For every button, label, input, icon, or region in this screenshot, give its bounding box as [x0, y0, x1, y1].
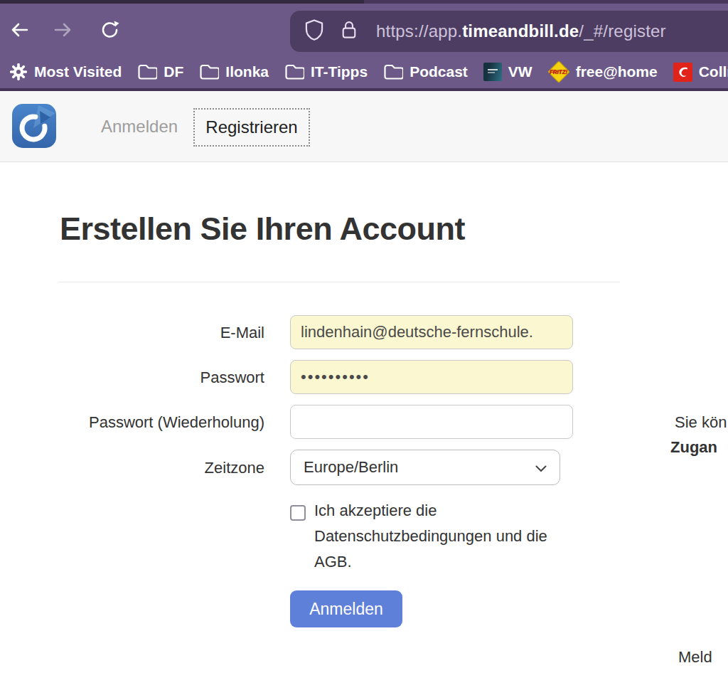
timezone-select[interactable]: Europe/Berlin: [290, 450, 560, 485]
url-bar[interactable]: https://app.timeandbill.de/_#/register: [290, 11, 728, 52]
back-button[interactable]: [9, 19, 30, 41]
bookmark-label: free@home: [576, 63, 658, 80]
bookmark-label: Ilonka: [225, 63, 269, 80]
bookmark-label: Podcast: [410, 63, 468, 80]
app-header: Anmelden Registrieren: [0, 91, 728, 162]
bookmark-label: Most Visited: [34, 63, 122, 80]
right-column-text-line3: Meld: [678, 648, 712, 667]
url-text: https://app.timeandbill.de/_#/register: [376, 21, 666, 41]
bookmark-folder-podcast[interactable]: Podcast: [375, 59, 476, 85]
url-suffix: /_#/register: [579, 21, 665, 41]
accept-terms-label: Ich akzeptiere die Datenschutzbedingunge…: [314, 498, 599, 575]
password-field[interactable]: [290, 360, 573, 394]
shield-icon[interactable]: [304, 18, 325, 44]
right-column-text-line2: Zugan: [670, 438, 717, 457]
bookmark-most-visited[interactable]: Most Visited: [1, 59, 129, 85]
title-divider: [58, 282, 620, 282]
right-column-text-line1: Sie kön: [675, 413, 727, 432]
chevron-down-icon: [535, 458, 547, 477]
url-domain: timeandbill.de: [462, 21, 579, 41]
email-field[interactable]: [290, 315, 573, 349]
bookmark-label: VW: [508, 63, 532, 80]
bookmark-label: IT-Tipps: [311, 63, 368, 80]
accept-terms-checkbox[interactable]: [290, 505, 306, 521]
password-repeat-label: Passwort (Wiederholung): [0, 413, 264, 432]
tab-registrieren-label: Registrieren: [205, 117, 297, 137]
folder-icon: [199, 63, 219, 80]
bookmark-collmex[interactable]: Collmex: [665, 59, 728, 85]
timezone-label: Zeitzone: [0, 459, 264, 477]
tab-anmelden-label: Anmelden: [101, 117, 178, 137]
lock-icon[interactable]: [340, 19, 358, 43]
browser-window: https://app.timeandbill.de/_#/register M…: [0, 0, 728, 700]
url-prefix: https://app.: [376, 21, 462, 41]
tab-registrieren[interactable]: Registrieren: [193, 108, 310, 147]
fritz-icon-text: FRITZ!: [549, 69, 568, 75]
bookmark-free-at-home[interactable]: FRITZ! free@home: [540, 59, 665, 85]
bookmark-label: DF: [164, 63, 183, 80]
browser-toolbar: https://app.timeandbill.de/_#/register: [0, 4, 728, 55]
bookmark-vw[interactable]: VW: [476, 59, 540, 85]
email-label: E-Mail: [0, 324, 264, 342]
fritz-favicon: FRITZ!: [548, 61, 569, 83]
bookmark-folder-df[interactable]: DF: [129, 59, 191, 85]
submit-register-button[interactable]: Anmelden: [290, 590, 402, 627]
gear-icon: [9, 63, 28, 81]
collmex-favicon: [673, 63, 692, 82]
bookmark-folder-it-tipps[interactable]: IT-Tipps: [277, 59, 375, 85]
timeandbill-logo[interactable]: [11, 103, 57, 149]
bookmarks-toolbar: Most Visited DF Ilonka IT-Tipps Podcast: [0, 55, 728, 88]
forward-button[interactable]: [53, 19, 74, 41]
vw-favicon: [483, 63, 502, 81]
tab-anmelden[interactable]: Anmelden: [94, 91, 185, 161]
timezone-selected-value: Europe/Berlin: [304, 458, 398, 477]
bookmark-folder-ilonka[interactable]: Ilonka: [191, 59, 277, 85]
folder-icon: [284, 63, 304, 80]
page-title: Erstellen Sie Ihren Account: [60, 211, 465, 248]
password-label: Passwort: [0, 368, 264, 387]
password-repeat-field[interactable]: [290, 405, 573, 439]
folder-icon: [383, 63, 403, 80]
bookmark-label: Collmex: [699, 63, 728, 80]
folder-icon: [137, 63, 157, 80]
reload-button[interactable]: [100, 19, 121, 41]
